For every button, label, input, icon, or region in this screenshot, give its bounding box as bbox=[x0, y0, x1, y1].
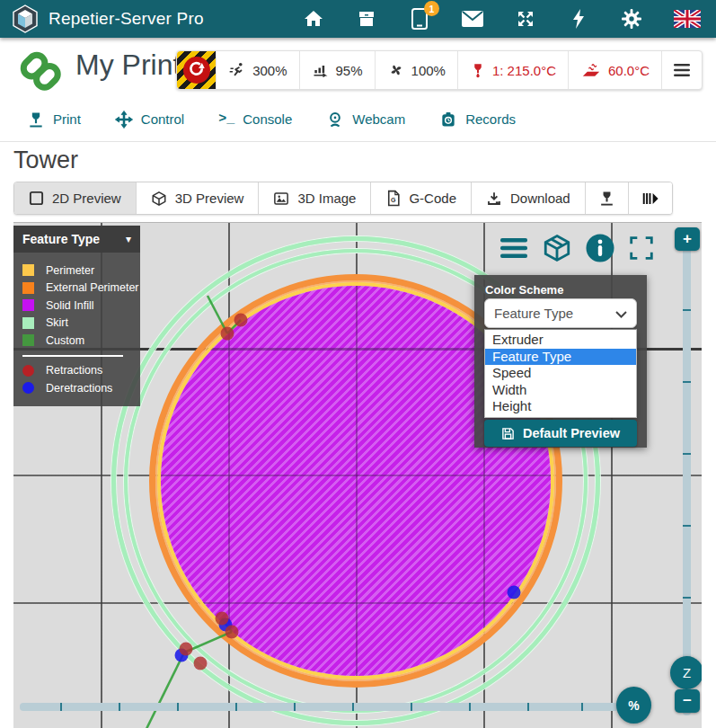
color-scheme-dropdown-list: Extruder Feature Type Speed Width Height bbox=[484, 329, 637, 418]
legend-panel: Feature Type ▾ Perimeter External Perime… bbox=[13, 226, 140, 406]
z-slider-handle[interactable]: Z bbox=[670, 656, 702, 689]
mail-icon[interactable] bbox=[461, 7, 484, 31]
zoom-in-button[interactable]: + bbox=[675, 227, 700, 251]
run-speed-icon bbox=[228, 61, 246, 79]
option-feature-type[interactable]: Feature Type bbox=[485, 349, 636, 366]
custom-swatch bbox=[22, 334, 34, 346]
percent-slider-tick bbox=[235, 703, 237, 711]
legend-item: Skirt bbox=[13, 315, 140, 333]
image-icon bbox=[273, 191, 289, 207]
legend-item: Retractions bbox=[13, 362, 140, 380]
nozzle-icon bbox=[27, 111, 45, 129]
legend-item: Custom bbox=[13, 332, 140, 350]
flow-multiplier[interactable]: 95% bbox=[300, 51, 376, 89]
z-slider-track[interactable] bbox=[683, 230, 691, 715]
button-layer-animation[interactable] bbox=[629, 182, 672, 214]
skirt-swatch bbox=[22, 317, 34, 329]
tablet-icon[interactable]: 1 bbox=[408, 7, 431, 31]
color-scheme-panel: Color Scheme Feature Type Extruder Featu… bbox=[474, 275, 647, 448]
cube-icon bbox=[151, 191, 167, 207]
solid-infill-swatch bbox=[22, 299, 34, 311]
percent-slider-tick bbox=[60, 703, 62, 711]
fan-icon bbox=[387, 61, 405, 79]
language-flag-uk-icon[interactable] bbox=[673, 7, 702, 31]
emergency-stop-button[interactable] bbox=[177, 51, 217, 89]
option-speed[interactable]: Speed bbox=[485, 365, 636, 382]
emergency-stop-icon bbox=[183, 57, 210, 84]
zoom-out-button[interactable]: − bbox=[675, 689, 700, 713]
extruder-temperature[interactable]: 1: 215.0°C bbox=[458, 51, 569, 89]
percent-slider-tick bbox=[527, 703, 529, 711]
connection-chain-icon[interactable] bbox=[11, 44, 63, 96]
printer-queue-icon[interactable] bbox=[355, 7, 378, 31]
view-toolbar: 2D Preview 3D Preview 3D Image G G-Code bbox=[13, 182, 673, 215]
printer-menu-button[interactable] bbox=[662, 51, 702, 89]
gcode-2d-preview-canvas[interactable]: Feature Type ▾ Perimeter External Perime… bbox=[13, 222, 702, 728]
notification-badge: 1 bbox=[424, 1, 439, 16]
gcode-file-icon: G bbox=[385, 190, 401, 207]
percent-slider-handle[interactable]: % bbox=[616, 687, 651, 724]
option-width[interactable]: Width bbox=[485, 382, 636, 399]
cube-3d-icon[interactable] bbox=[541, 233, 573, 263]
option-height[interactable]: Height bbox=[485, 398, 636, 415]
extruder-nozzle-icon bbox=[470, 61, 486, 79]
default-preview-button[interactable]: Default Preview bbox=[484, 420, 637, 447]
chevron-down-icon bbox=[615, 306, 627, 321]
button-3d-preview[interactable]: 3D Preview bbox=[137, 182, 260, 214]
legend-item: Solid Infill bbox=[13, 297, 140, 315]
percent-slider-track[interactable] bbox=[20, 703, 640, 711]
z-slider-tick bbox=[683, 525, 691, 527]
speed-multiplier[interactable]: 300% bbox=[217, 51, 299, 89]
button-print-preview[interactable] bbox=[586, 182, 629, 214]
legend-item: Perimeter bbox=[13, 262, 140, 280]
percent-slider-tick bbox=[177, 703, 179, 711]
fullscreen-icon[interactable] bbox=[627, 234, 656, 262]
button-2d-preview[interactable]: 2D Preview bbox=[14, 182, 137, 214]
printer-tabs: Print Control >_ Console Webcam bbox=[0, 97, 716, 142]
tab-console[interactable]: >_ Console bbox=[218, 111, 292, 127]
flow-bars-icon bbox=[312, 61, 330, 79]
home-icon[interactable] bbox=[302, 7, 325, 31]
save-icon bbox=[501, 427, 515, 440]
page-title: Tower bbox=[13, 146, 78, 174]
percent-slider-tick bbox=[119, 703, 120, 711]
repetier-server-window: Repetier-Server Pro 1 bbox=[0, 0, 716, 728]
heated-bed-icon bbox=[580, 61, 602, 79]
percent-slider-tick bbox=[352, 703, 354, 711]
layers-play-icon bbox=[641, 191, 659, 207]
legend-body: Perimeter External Perimeter Solid Infil… bbox=[13, 253, 140, 406]
z-slider-tick bbox=[683, 597, 691, 599]
deretractions-dot bbox=[22, 382, 34, 394]
lightning-icon[interactable] bbox=[567, 7, 590, 31]
webcam-icon bbox=[326, 111, 344, 129]
button-download[interactable]: Download bbox=[472, 182, 586, 214]
button-3d-image[interactable]: 3D Image bbox=[259, 182, 371, 214]
svg-text:G: G bbox=[392, 197, 397, 204]
tab-records[interactable]: Records bbox=[439, 111, 516, 129]
hamburger-icon bbox=[674, 63, 690, 77]
repetier-logo-icon[interactable] bbox=[12, 4, 39, 33]
percent-slider-tick bbox=[581, 703, 583, 711]
menu-icon[interactable] bbox=[499, 235, 529, 261]
download-icon bbox=[486, 191, 502, 207]
expand-arrows-icon[interactable] bbox=[514, 7, 537, 31]
tab-control[interactable]: Control bbox=[115, 111, 184, 129]
fan-speed[interactable]: 100% bbox=[376, 51, 458, 89]
legend-item: Deretractions bbox=[13, 379, 140, 397]
canvas-toolbar bbox=[499, 233, 656, 263]
bed-temperature[interactable]: 60.0°C bbox=[569, 51, 662, 89]
z-slider-tick bbox=[683, 309, 691, 311]
tab-print[interactable]: Print bbox=[27, 111, 81, 129]
retractions-dot bbox=[22, 365, 34, 377]
square-outline-icon bbox=[29, 191, 44, 206]
info-icon[interactable] bbox=[585, 233, 615, 263]
external-perimeter-swatch bbox=[22, 282, 34, 294]
percent-slider-tick bbox=[411, 703, 412, 711]
nozzle-icon bbox=[598, 190, 615, 207]
tab-webcam[interactable]: Webcam bbox=[326, 111, 405, 129]
color-scheme-select[interactable]: Feature Type bbox=[484, 298, 637, 328]
option-extruder[interactable]: Extruder bbox=[485, 332, 636, 349]
button-gcode[interactable]: G G-Code bbox=[371, 182, 472, 214]
legend-header[interactable]: Feature Type ▾ bbox=[13, 226, 140, 253]
gear-icon[interactable] bbox=[620, 7, 643, 31]
